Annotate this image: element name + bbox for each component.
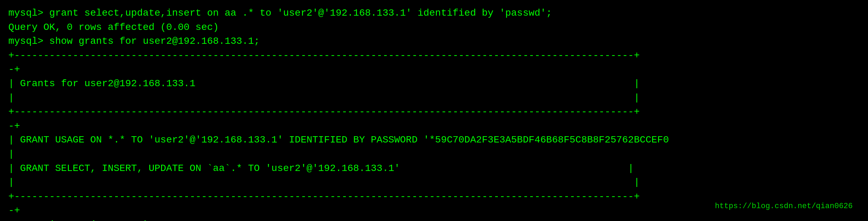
terminal-line: +---------------------------------------… bbox=[8, 105, 860, 119]
watermark: https://blog.csdn.net/qian0626 bbox=[715, 201, 853, 212]
terminal-line: | GRANT USAGE ON *.* TO 'user2'@'192.168… bbox=[8, 133, 860, 147]
terminal-line: 2 rows in set (0.01 sec) bbox=[8, 218, 860, 221]
terminal-window: mysql> grant select,update,insert on aa … bbox=[8, 6, 860, 215]
terminal-line: -+ bbox=[8, 63, 860, 77]
terminal-line: | | bbox=[8, 175, 860, 190]
terminal-line: +---------------------------------------… bbox=[8, 49, 860, 63]
terminal-line: mysql> grant select,update,insert on aa … bbox=[8, 6, 860, 21]
terminal-output: mysql> grant select,update,insert on aa … bbox=[8, 6, 860, 221]
terminal-line: -+ bbox=[8, 119, 860, 133]
terminal-line: Query OK, 0 rows affected (0.00 sec) bbox=[8, 21, 860, 35]
terminal-line: | GRANT SELECT, INSERT, UPDATE ON `aa`.*… bbox=[8, 162, 860, 176]
terminal-line: | | bbox=[8, 91, 860, 105]
terminal-line: | bbox=[8, 147, 860, 162]
terminal-line: mysql> show grants for user2@192.168.133… bbox=[8, 34, 860, 49]
terminal-line: | Grants for user2@192.168.133.1 | bbox=[8, 77, 860, 91]
